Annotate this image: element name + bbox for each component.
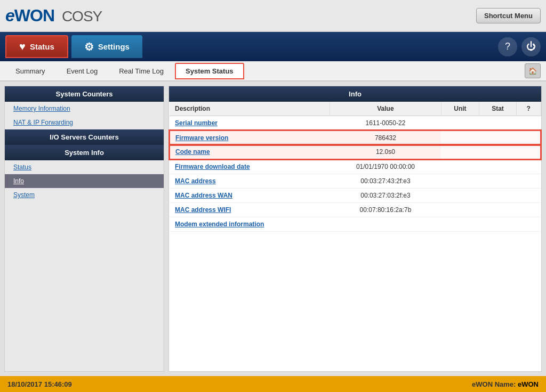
cell-description[interactable]: Modem extended information [170,217,330,232]
help-icon: ? [505,41,510,52]
sidebar-link-system[interactable]: System [5,188,164,202]
cell-description[interactable]: Serial number [170,116,330,131]
cell-description[interactable]: Code name [170,145,330,159]
cell-unit [441,174,479,189]
logo-won: WON [14,6,54,25]
cell-stat [479,217,516,232]
sidebar-section-system-info: System Info [5,145,164,160]
cell-question [517,159,541,174]
cell-value: 1611-0050-22 [330,116,441,131]
cell-question [517,189,541,203]
ewon-name: eWON [518,380,539,388]
status-bar-right: eWON Name: eWON [472,380,539,388]
table-row: Modem extended information [170,217,541,232]
sidebar-section-system-counters: System Counters [5,86,164,102]
table-row: MAC address WAN00:03:27:03:2f:e3 [170,189,541,203]
cell-description[interactable]: MAC address WAN [170,189,330,203]
cell-description[interactable]: Firmware version [170,130,330,145]
info-table: Description Value Unit Stat ? Serial num… [169,102,541,232]
cell-question [517,116,541,131]
col-stat: Stat [479,102,516,116]
help-icon-button[interactable]: ? [498,37,517,56]
sidebar-link-nat-ip[interactable]: NAT & IP Forwarding [5,116,164,129]
cell-value: 12.0s0 [330,145,441,159]
table-header-row: Description Value Unit Stat ? [170,102,541,116]
cell-question [517,203,541,217]
shortcut-menu-button[interactable]: Shortcut Menu [476,8,541,23]
sidebar-link-info[interactable]: Info [5,174,164,188]
cell-unit [441,189,479,203]
cell-value: 00:07:80:16:2a:7b [330,203,441,217]
cell-stat [479,145,516,159]
sub-nav: Summary Event Log Real Time Log System S… [0,61,546,81]
sub-nav-event-log[interactable]: Event Log [57,63,108,79]
info-panel-header: Info [169,86,541,102]
logo: eWON COSY [5,6,102,26]
cell-stat [479,203,516,217]
sidebar-section-io-servers: I/O Servers Counters [5,129,164,145]
header-right: Shortcut Menu [476,8,541,23]
table-row: Firmware version786432 [170,130,541,145]
cell-value: 01/01/1970 00:00:00 [330,159,441,174]
header: eWON COSY Shortcut Menu [0,0,546,32]
cell-description[interactable]: Firmware download date [170,159,330,174]
cell-unit [441,159,479,174]
col-description: Description [170,102,330,116]
logo-e: e [5,6,14,25]
cell-stat [479,189,516,203]
cell-question [517,174,541,189]
status-datetime: 18/10/2017 15:46:09 [7,380,72,388]
main-content: System Counters Memory Information NAT &… [0,81,546,376]
cell-stat [479,159,516,174]
logo-cosy: COSY [62,8,102,24]
sidebar-link-memory-info[interactable]: Memory Information [5,102,164,116]
gear-icon: ⚙ [84,40,94,53]
cell-unit [441,203,479,217]
status-bar: 18/10/2017 15:46:09 eWON Name: eWON [0,376,546,392]
cell-unit [441,130,479,145]
sub-nav-real-time-log[interactable]: Real Time Log [109,63,174,79]
cell-description[interactable]: MAC address WIFI [170,203,330,217]
table-row: MAC address00:03:27:43:2f:e3 [170,174,541,189]
table-row: Firmware download date01/01/1970 00:00:0… [170,159,541,174]
cell-value: 786432 [330,130,441,145]
cell-unit [441,116,479,131]
col-question: ? [517,102,541,116]
cell-stat [479,130,516,145]
cell-description[interactable]: MAC address [170,174,330,189]
top-nav: ♥ Status ⚙ Settings ? ⏻ [0,32,546,61]
table-row: MAC address WIFI00:07:80:16:2a:7b [170,203,541,217]
cell-question [517,145,541,159]
cell-unit [441,145,479,159]
cell-unit [441,217,479,232]
nav-tabs: ♥ Status ⚙ Settings [5,35,142,58]
home-icon: 🏠 [528,67,537,75]
tab-status[interactable]: ♥ Status [5,35,68,58]
table-row: Code name12.0s0 [170,145,541,159]
table-row: Serial number1611-0050-22 [170,116,541,131]
cell-value: 00:03:27:43:2f:e3 [330,174,441,189]
sidebar-link-status[interactable]: Status [5,160,164,174]
cell-stat [479,116,516,131]
home-icon-button[interactable]: 🏠 [525,63,541,78]
cell-question [517,130,541,145]
cell-stat [479,174,516,189]
ewon-label: eWON Name: [472,380,516,388]
top-nav-right: ? ⏻ [498,37,541,56]
sub-nav-system-status[interactable]: System Status [175,63,244,79]
col-value: Value [330,102,441,116]
tab-settings[interactable]: ⚙ Settings [71,35,142,58]
info-panel: Info Description Value Unit Stat ? Seria… [168,86,542,372]
cell-value: 00:03:27:03:2f:e3 [330,189,441,203]
power-icon-button[interactable]: ⏻ [521,37,541,56]
col-unit: Unit [441,102,479,116]
sub-nav-summary[interactable]: Summary [5,63,55,79]
tab-settings-label: Settings [98,42,130,51]
sidebar: System Counters Memory Information NAT &… [4,86,164,372]
cell-value [330,217,441,232]
heartbeat-icon: ♥ [19,40,26,53]
cell-question [517,217,541,232]
power-icon: ⏻ [526,41,536,52]
tab-status-label: Status [30,42,54,51]
